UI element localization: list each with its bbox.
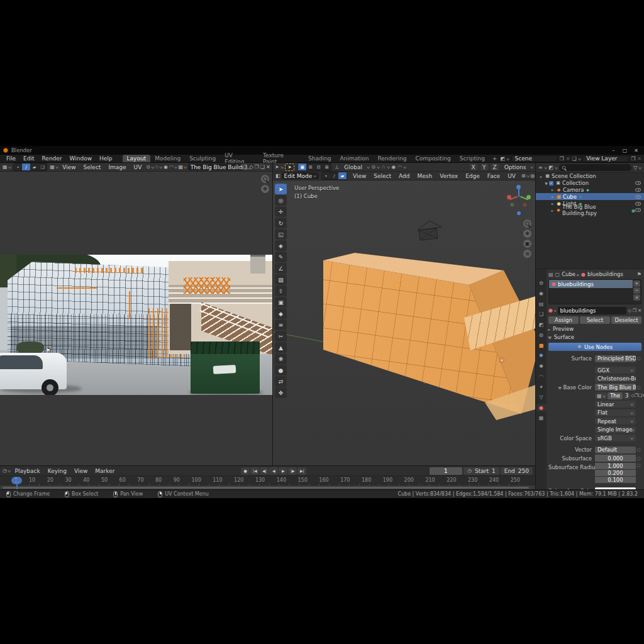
smooth-tool[interactable]: ● [275,365,287,375]
tab-object-data[interactable]: ▽ [536,394,547,401]
gizmo-y-axis[interactable] [526,195,531,199]
tab-world[interactable]: ◍ [536,331,547,339]
viewport-menu-item[interactable]: Mesh [414,173,436,179]
gizmo-z-axis[interactable] [516,185,521,189]
menubar-item[interactable]: Window [66,155,96,162]
tab-constraints[interactable]: ✦ [536,383,547,391]
outliner-scene-icon[interactable]: ◩ [548,165,553,170]
gizmo-y-axis-neg[interactable] [511,203,514,206]
ortho-toggle-icon[interactable]: ⊞ [523,250,531,258]
select-box-tool[interactable]: ➤ [275,184,287,194]
tab-output[interactable]: ▤ [536,300,547,308]
use-nodes-button[interactable]: ❖ Use Nodes [548,343,641,351]
uv-menu-item[interactable]: Image [105,164,129,170]
chevron-down-icon[interactable]: v [506,157,509,161]
timeline-menu-item[interactable]: Marker [92,468,118,474]
playhead[interactable] [16,477,18,489]
camera-view-icon[interactable]: ▣ [523,240,531,248]
select-intersect-button[interactable]: ⊠ [323,164,331,170]
measure-tool[interactable]: ∠ [275,263,287,274]
pivot-point-icon[interactable]: ⊙ [372,164,376,170]
viewport-menu-item[interactable]: Face [484,173,503,179]
preview-section-header[interactable]: ▸ Preview [548,325,641,333]
color-space-dropdown[interactable]: sRGB v [595,435,636,441]
overlays-icon[interactable]: ◍ [530,173,535,179]
collection-checkbox[interactable]: ✓ [549,181,553,186]
delete-scene-icon[interactable]: ✕ [566,156,570,162]
prev-frame-button[interactable]: ◀ [269,467,278,475]
mirror-z-button[interactable]: Z [491,164,499,170]
outliner-row-camera[interactable]: ▸ ◆ Camera ◆ [536,187,644,194]
surface-shader-field[interactable]: Principled BSDF [595,355,636,362]
clock-icon[interactable]: ◷ [467,468,472,474]
workspace-tab[interactable]: Modeling [150,155,185,162]
play-button[interactable]: ▶ [279,467,287,475]
delete-view-layer-icon[interactable]: ✕ [637,156,641,162]
face-select-button[interactable]: ▰ [338,172,347,179]
new-view-layer-icon[interactable]: ❐ [631,156,635,162]
snap-magnet-icon[interactable]: ∩ [155,164,159,170]
base-color-field[interactable]: The Big Blue Buildin... [595,384,636,391]
menubar-item[interactable]: Help [96,155,116,162]
subsurface-radius-value[interactable]: 0.100 [595,477,636,483]
fake-user-icon[interactable]: ◇ [249,164,253,170]
animate-dot[interactable]: ○ [636,385,641,390]
falloff-icon[interactable]: ◠ [397,164,402,170]
viewport-canvas[interactable]: ➤ ◎ ✛ ↻ ◱ ◈ ✎ ∠ [273,180,535,465]
add-cube-tool[interactable]: ▧ [275,274,287,285]
uv-edge-mode-button[interactable]: ∕ [22,164,30,170]
move-tool[interactable]: ✛ [275,206,287,217]
expander-icon[interactable]: ▸ [550,194,555,199]
browse-image-icon[interactable]: ▦v [595,392,607,399]
expander-icon[interactable]: ▸ [550,208,555,213]
loop-cut-tool[interactable]: ≡ [275,319,287,330]
material-sphere-icon[interactable]: ● [548,308,553,313]
image-name-field[interactable]: The [608,392,623,399]
unlink-material-icon[interactable]: ✕ [638,308,641,313]
pan-icon[interactable]: ✥ [523,230,531,238]
timeline-menu-item[interactable]: Playback [12,468,43,474]
uv-menu-item[interactable]: Select [80,164,104,170]
orientation-dropdown[interactable]: Global [341,164,365,170]
pin-icon[interactable]: ⚑ [637,272,641,277]
subsurface-radius-value[interactable]: 0.200 [595,470,636,476]
tab-tool[interactable]: ⚙ [536,279,547,287]
uv-menu-item[interactable]: UV [131,164,145,170]
unlink-image-icon[interactable]: ✕ [266,164,270,170]
remove-slot-button[interactable]: − [633,287,640,294]
gizmo-toggle-icon[interactable]: ⊞ [521,173,526,179]
minimize-button[interactable]: – [609,148,618,153]
image-name-field[interactable]: The Big Blue Buildin.. [188,164,242,170]
pivot-icon[interactable]: ⊙ [146,164,150,170]
editor-type-icon[interactable]: ◷ [3,468,7,474]
active-tool-button[interactable]: ➤ [285,164,294,171]
uv-vertex-mode-button[interactable]: ∙ [14,164,22,170]
timeline-menu-item[interactable]: Keying [45,468,70,474]
copy-material-icon[interactable]: ❐ [633,308,636,313]
tab-particles[interactable]: ✱ [536,362,547,370]
poly-build-tool[interactable]: ▲ [275,342,287,353]
expander-icon[interactable]: ▼ [558,386,562,390]
mode-dropdown[interactable]: Edit Mode v [282,172,319,179]
expander-icon[interactable]: ▸ [550,187,555,192]
surface-section-header[interactable]: ▼ Surface [548,333,641,341]
outliner-row-collection[interactable]: ▼ ✓ ▣ Collection [536,180,644,187]
editor-type-icon[interactable]: ▦ [3,164,8,170]
menubar-item[interactable]: Render [38,155,66,162]
bevel-tool[interactable]: ◆ [275,308,287,319]
tab-texture[interactable]: ▦ [536,414,547,422]
inset-faces-tool[interactable]: ▣ [275,297,287,308]
uv-canvas[interactable]: ✥ [0,172,272,465]
outliner-search-input[interactable] [559,164,631,171]
assign-button[interactable]: Assign [548,316,579,324]
annotate-tool[interactable]: ✎ [275,252,287,262]
pan-icon[interactable]: ✥ [261,185,269,193]
end-value[interactable]: 250 [518,468,529,474]
transform-tool[interactable]: ◈ [275,240,287,251]
spin-tool[interactable]: ❋ [275,353,287,364]
image-option-dropdown[interactable]: Single Image v [595,426,636,433]
eye-icon[interactable] [635,202,641,206]
vertex-select-button[interactable]: ∙ [322,172,330,179]
distribution-dropdown[interactable]: GGX v [595,367,636,374]
timeline-menu-item[interactable]: View [71,468,91,474]
